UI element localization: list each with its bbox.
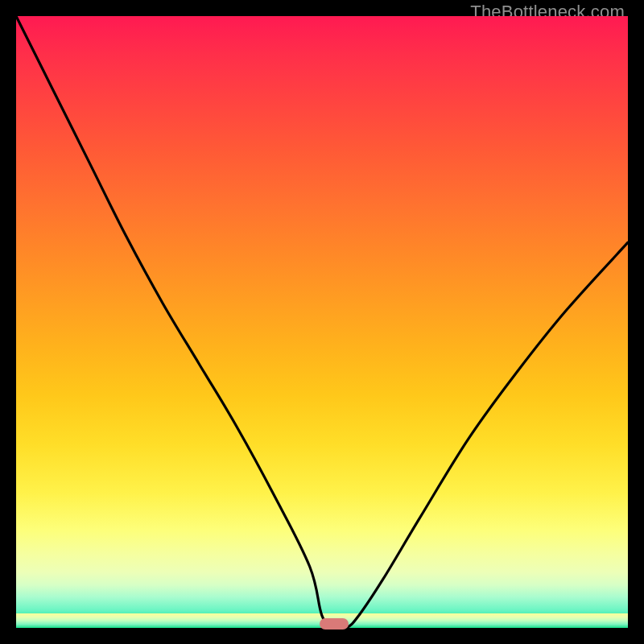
plot-area xyxy=(16,16,628,628)
bottleneck-curve xyxy=(16,16,628,630)
chart-frame: TheBottleneck.com xyxy=(0,0,644,644)
min-marker xyxy=(320,618,349,630)
curve-svg xyxy=(16,16,628,628)
